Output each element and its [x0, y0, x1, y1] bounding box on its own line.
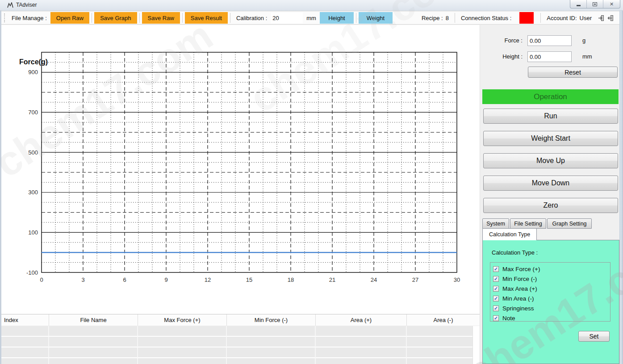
- table-row[interactable]: [1, 326, 480, 337]
- svg-text:700: 700: [28, 109, 38, 116]
- table-cell: [1, 347, 49, 358]
- toolbar-separator: [230, 13, 230, 23]
- weight-mode-button[interactable]: Weight: [359, 12, 393, 24]
- calculation-option-label: Max Force (+): [502, 266, 540, 272]
- checkbox-icon[interactable]: ✓: [493, 315, 499, 321]
- checkbox-icon[interactable]: ✓: [493, 286, 499, 292]
- move-down-button[interactable]: Move Down: [483, 176, 618, 191]
- svg-text:3: 3: [81, 276, 84, 283]
- column-header-max-force[interactable]: Max Force (+): [138, 314, 227, 326]
- move-up-button[interactable]: Move Up: [483, 153, 618, 168]
- app-logo-icon: [7, 2, 14, 8]
- calibration-unit: mm: [306, 15, 316, 21]
- tab-file-setting[interactable]: File Setting: [510, 218, 546, 229]
- calculation-option: ✓Note: [493, 313, 610, 323]
- height-unit-label: mm: [582, 53, 592, 60]
- column-header-file-name[interactable]: File Name: [49, 314, 138, 326]
- account-id-label: Account ID:: [547, 15, 577, 21]
- toolbar-separator: [139, 13, 140, 23]
- connection-status-label: Connection Status :: [461, 15, 511, 21]
- set-button[interactable]: Set: [578, 331, 610, 342]
- save-raw-button[interactable]: Save Raw: [142, 12, 180, 24]
- reset-button[interactable]: Reset: [528, 67, 618, 78]
- force-readout-input[interactable]: [527, 35, 572, 46]
- toolbar-grip[interactable]: [4, 13, 5, 22]
- toolbar-separator: [182, 13, 183, 23]
- column-header-area-minus[interactable]: Area (-): [407, 314, 480, 326]
- calculation-option: ✓Min Area (-): [493, 293, 610, 303]
- checkbox-icon[interactable]: ✓: [493, 276, 499, 282]
- table-cell: [138, 347, 227, 358]
- maximize-button[interactable]: [587, 0, 603, 8]
- toolbar-separator: [92, 13, 92, 23]
- table-cell: [407, 358, 480, 364]
- column-header-index[interactable]: Index: [1, 314, 49, 326]
- calibration-input[interactable]: [271, 13, 303, 23]
- run-button[interactable]: Run: [483, 109, 618, 124]
- toolbar-separator: [455, 13, 455, 23]
- column-header-min-force[interactable]: Min Force (-): [227, 314, 316, 326]
- force-unit-label: g: [582, 37, 585, 44]
- calculation-option-label: Min Force (-): [502, 276, 537, 282]
- tab-system[interactable]: System: [482, 218, 509, 229]
- svg-text:12: 12: [205, 276, 211, 283]
- height-readout-input[interactable]: [527, 51, 572, 62]
- checkbox-icon[interactable]: ✓: [493, 296, 499, 301]
- table-cell: [407, 326, 480, 337]
- weight-start-button[interactable]: Weight Start: [483, 131, 618, 146]
- table-cell: [138, 326, 227, 337]
- calculation-option-label: Max Area (+): [502, 285, 537, 292]
- table-cell: [316, 326, 407, 337]
- calculation-type-label: Calculation Type :: [492, 249, 538, 256]
- svg-text:21: 21: [329, 276, 335, 283]
- svg-text:9: 9: [164, 276, 167, 283]
- table-cell: [49, 337, 138, 347]
- table-cell: [227, 347, 316, 358]
- chart: 036912151821242730-100100300500700900: [13, 47, 464, 299]
- minimize-button[interactable]: [570, 0, 587, 8]
- calculation-type-list: ✓Max Force (+)✓Min Force (-)✓Max Area (+…: [490, 262, 610, 322]
- svg-text:15: 15: [246, 276, 252, 283]
- file-manage-label: File Manage :: [12, 15, 47, 21]
- toolbar: File Manage : Open Raw Save Graph Save R…: [1, 11, 619, 25]
- checkbox-icon[interactable]: ✓: [493, 305, 499, 311]
- close-icon: ✕: [610, 1, 614, 7]
- table-row[interactable]: [1, 358, 480, 364]
- window-controls: ✕: [570, 0, 620, 8]
- table-row[interactable]: [1, 337, 480, 347]
- table-row[interactable]: [1, 347, 480, 358]
- svg-text:27: 27: [412, 276, 418, 283]
- toolbar-separator: [540, 13, 541, 23]
- svg-text:30: 30: [454, 276, 460, 283]
- logout-icon[interactable]: [607, 15, 614, 21]
- table-scrollbar[interactable]: [472, 326, 480, 364]
- column-header-area-plus[interactable]: Area (+): [316, 314, 407, 326]
- svg-text:6: 6: [123, 276, 126, 283]
- zero-button[interactable]: Zero: [483, 198, 618, 213]
- calculation-option: ✓Max Area (+): [493, 284, 610, 293]
- operation-header: Operation: [482, 89, 619, 104]
- title-bar: TAdviser ✕: [0, 0, 623, 11]
- save-result-button[interactable]: Save Result: [185, 12, 228, 24]
- table-cell: [227, 337, 316, 347]
- svg-text:100: 100: [28, 229, 38, 236]
- close-button[interactable]: ✕: [603, 0, 620, 8]
- svg-text:18: 18: [288, 276, 294, 283]
- height-readout-label: Height :: [480, 53, 523, 60]
- svg-text:24: 24: [371, 276, 377, 283]
- table-cell: [316, 337, 407, 347]
- calculation-option-label: Note: [502, 315, 515, 322]
- table-cell: [1, 337, 49, 347]
- open-raw-button[interactable]: Open Raw: [50, 12, 89, 24]
- svg-text:0: 0: [40, 276, 43, 283]
- login-icon[interactable]: [598, 15, 605, 21]
- table-body: [1, 326, 480, 364]
- table-cell: [49, 326, 138, 337]
- tab-graph-setting[interactable]: Graph Setting: [547, 218, 592, 229]
- checkbox-icon[interactable]: ✓: [493, 266, 499, 272]
- table-header-row: Index File Name Max Force (+) Min Force …: [1, 314, 480, 326]
- window-title: TAdviser: [16, 2, 37, 8]
- height-mode-button[interactable]: Height: [320, 12, 354, 24]
- save-graph-button[interactable]: Save Graph: [94, 12, 137, 24]
- tab-calculation-type[interactable]: Calculation Type: [482, 228, 537, 240]
